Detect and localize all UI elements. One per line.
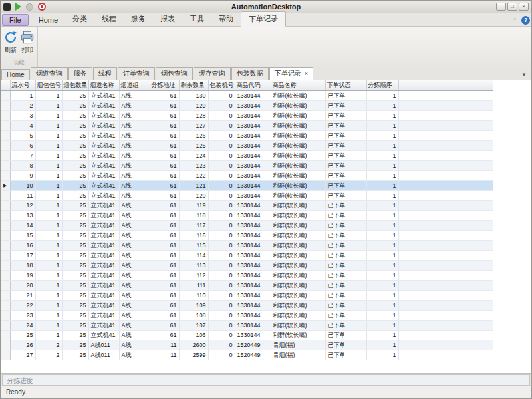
grid-cell[interactable]: 1330144 <box>235 190 271 200</box>
grid-cell[interactable]: 61 <box>150 200 179 210</box>
grid-cell[interactable]: 1330144 <box>235 160 271 170</box>
grid-cell[interactable]: 1 <box>366 130 398 140</box>
grid-cell[interactable]: 1 <box>366 300 398 310</box>
grid-cell[interactable]: 1 <box>366 270 398 280</box>
grid-cell[interactable]: 20 <box>10 280 35 290</box>
table-row[interactable]: 4125立式机41A线6112701330144利群(软长嘴)已下单1 <box>1 120 493 130</box>
grid-cell[interactable]: 1 <box>366 150 398 160</box>
grid-cell[interactable]: A线 <box>119 300 150 310</box>
grid-cell[interactable]: 已下单 <box>325 150 366 160</box>
grid-cell[interactable]: 1330144 <box>235 200 271 210</box>
grid-cell[interactable]: 已下单 <box>325 170 366 180</box>
grid-cell[interactable]: 立式机41 <box>88 180 119 190</box>
grid-cell[interactable]: 61 <box>150 330 179 340</box>
grid-cell[interactable]: 118 <box>179 210 208 220</box>
grid-cell[interactable]: A线 <box>119 290 150 300</box>
grid-cell[interactable]: 2 <box>35 340 62 350</box>
grid-cell[interactable]: 1 <box>366 330 398 340</box>
grid-cell[interactable]: A线 <box>119 230 150 240</box>
grid-cell[interactable]: 0 <box>208 210 235 220</box>
column-header-烟道组[interactable]: 烟道组 <box>119 80 150 90</box>
grid-cell[interactable]: 25 <box>10 330 35 340</box>
row-header-cell[interactable] <box>1 130 10 140</box>
grid-cell[interactable]: 1 <box>35 280 62 290</box>
table-row[interactable]: 11125立式机41A线6112001330144利群(软长嘴)已下单1 <box>1 190 493 200</box>
table-row[interactable]: ▶10125立式机41A线6112101330144利群(软长嘴)已下单1 <box>1 180 493 190</box>
grid-cell[interactable]: A线 <box>119 180 150 190</box>
grid-cell[interactable]: 0 <box>208 160 235 170</box>
grid-cell[interactable]: 0 <box>208 140 235 150</box>
grid-cell[interactable]: 61 <box>150 130 179 140</box>
grid-cell[interactable]: 1330144 <box>235 250 271 260</box>
table-row[interactable]: 8125立式机41A线6112301330144利群(软长嘴)已下单1 <box>1 160 493 170</box>
grid-cell[interactable]: 利群(软长嘴) <box>271 170 325 180</box>
grid-cell[interactable]: 1 <box>366 160 398 170</box>
grid-cell[interactable]: 1 <box>35 200 62 210</box>
grid-cell[interactable]: 利群(软长嘴) <box>271 320 325 330</box>
grid-cell[interactable]: 117 <box>179 220 208 230</box>
ribbon-collapse-icon[interactable]: ⌃ <box>512 17 517 24</box>
grid-cell[interactable]: 61 <box>150 150 179 160</box>
row-header-cell[interactable] <box>1 110 10 120</box>
doc-tab-服务[interactable]: 服务 <box>68 67 92 80</box>
column-header-烟包包号[interactable]: 烟包包号 <box>35 80 62 90</box>
grid-cell[interactable]: 立式机41 <box>88 270 119 280</box>
grid-cell[interactable]: A线 <box>119 90 150 100</box>
column-header-分拣顺序[interactable]: 分拣顺序 <box>366 80 398 90</box>
table-row[interactable]: 1125立式机41A线6113001330144利群(软长嘴)已下单1 <box>1 90 493 100</box>
column-header-烟道名称[interactable]: 烟道名称 <box>88 80 119 90</box>
grid-cell[interactable]: 1 <box>366 100 398 110</box>
grid-cell[interactable]: 1330144 <box>235 120 271 130</box>
grid-cell[interactable]: 利群(软长嘴) <box>271 330 325 340</box>
grid-cell[interactable]: 利群(软长嘴) <box>271 280 325 290</box>
row-header-cell[interactable] <box>1 170 10 180</box>
grid-cell[interactable]: 已下单 <box>325 320 366 330</box>
grid-cell[interactable]: 1330144 <box>235 330 271 340</box>
grid-cell[interactable]: 25 <box>62 350 88 360</box>
grid-cell[interactable]: 25 <box>62 330 88 340</box>
grid-cell[interactable]: 21 <box>10 290 35 300</box>
grid-cell[interactable]: 已下单 <box>325 270 366 280</box>
minimize-button[interactable]: – <box>496 3 506 11</box>
grid-cell[interactable]: 1 <box>10 90 35 100</box>
grid-cell[interactable]: 利群(软长嘴) <box>271 130 325 140</box>
table-row[interactable]: 3125立式机41A线6112801330144利群(软长嘴)已下单1 <box>1 110 493 120</box>
grid-cell[interactable]: 立式机41 <box>88 290 119 300</box>
grid-cell[interactable]: A线 <box>119 260 150 270</box>
grid-cell[interactable]: 立式机41 <box>88 140 119 150</box>
grid-cell[interactable]: 利群(软长嘴) <box>271 110 325 120</box>
help-icon[interactable]: ? <box>521 16 530 25</box>
row-header-cell[interactable] <box>1 100 10 110</box>
grid-cell[interactable]: 利群(软长嘴) <box>271 180 325 190</box>
stop-icon[interactable] <box>38 3 46 11</box>
table-row[interactable]: 9125立式机41A线6112201330144利群(软长嘴)已下单1 <box>1 170 493 180</box>
grid-cell[interactable]: 利群(软长嘴) <box>271 240 325 250</box>
row-header-cell[interactable] <box>1 160 10 170</box>
grid-cell[interactable]: 1330144 <box>235 180 271 190</box>
grid-cell[interactable]: 0 <box>208 230 235 240</box>
grid-cell[interactable]: 立式机41 <box>88 260 119 270</box>
grid-cell[interactable]: 124 <box>179 150 208 160</box>
grid-cell[interactable]: 61 <box>150 210 179 220</box>
grid-cell[interactable]: 25 <box>62 160 88 170</box>
grid-cell[interactable]: 1330144 <box>235 140 271 150</box>
table-row[interactable]: 6125立式机41A线6112501330144利群(软长嘴)已下单1 <box>1 140 493 150</box>
grid-cell[interactable]: 130 <box>179 90 208 100</box>
row-header-cell[interactable] <box>1 190 10 200</box>
grid-cell[interactable]: 25 <box>62 130 88 140</box>
grid-cell[interactable]: 1 <box>35 140 62 150</box>
doc-tab-下单记录[interactable]: 下单记录× <box>269 67 313 80</box>
grid-cell[interactable]: A线 <box>119 200 150 210</box>
close-button[interactable]: × <box>519 3 529 11</box>
grid-cell[interactable]: 25 <box>62 120 88 130</box>
grid-cell[interactable]: 1330144 <box>235 130 271 140</box>
grid-cell[interactable]: A线 <box>119 220 150 230</box>
grid-cell[interactable]: 61 <box>150 300 179 310</box>
grid-cell[interactable]: 25 <box>62 150 88 160</box>
grid-cell[interactable]: 已下单 <box>325 180 366 190</box>
row-header-cell[interactable] <box>1 250 10 260</box>
doc-tab-包装数据[interactable]: 包装数据 <box>231 67 269 80</box>
grid-cell[interactable]: 已下单 <box>325 350 366 360</box>
grid-cell[interactable]: A线 <box>119 170 150 180</box>
grid-cell[interactable]: 25 <box>62 90 88 100</box>
